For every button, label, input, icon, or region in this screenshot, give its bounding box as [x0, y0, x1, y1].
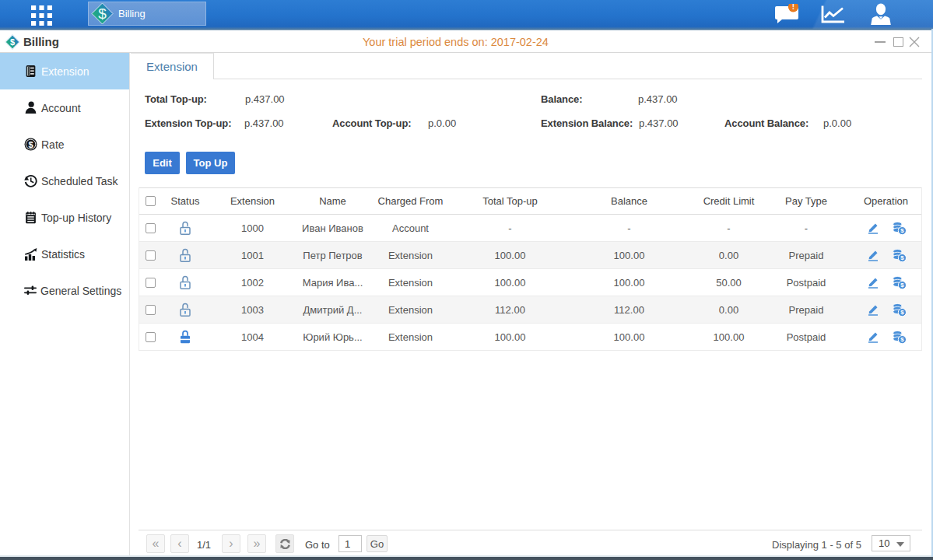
svg-text:$: $ — [900, 254, 904, 261]
svg-text:!: ! — [792, 4, 794, 11]
svg-text:$: $ — [900, 227, 904, 234]
svg-text:$: $ — [28, 140, 33, 149]
svg-text:$: $ — [900, 282, 904, 289]
svg-text:$: $ — [98, 5, 107, 22]
svg-text:$: $ — [10, 37, 15, 47]
svg-text:$: $ — [900, 309, 904, 316]
svg-text:$: $ — [900, 336, 904, 343]
